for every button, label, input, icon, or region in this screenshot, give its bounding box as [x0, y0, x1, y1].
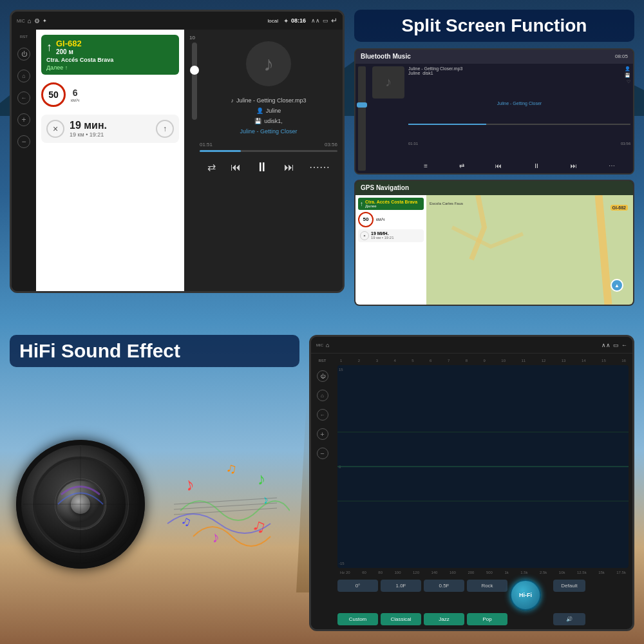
eq-btn-rock[interactable]: Rock: [467, 580, 507, 592]
eq-btn-0deg[interactable]: 0°: [337, 580, 378, 592]
mini-bt-current: 01:31: [408, 142, 418, 146]
eq-home-icon[interactable]: ⌂: [326, 342, 329, 348]
eq-btn-speaker[interactable]: 🔊: [553, 613, 585, 625]
track-filename: Juline - Getting Closer.mp3: [236, 95, 307, 106]
vol-down-icon[interactable]: −: [17, 135, 30, 148]
volume-thumb: [190, 66, 199, 75]
progress-times: 01:51 03:56: [200, 142, 337, 147]
top-section: MIC ⌂ ⚙ ✦ local ✦ 08:16 ∧∧ ▭ ↵ RST ⏻ ⌂ ←…: [10, 10, 634, 306]
back-sidebar-icon[interactable]: ←: [17, 91, 30, 104]
mini-gps-header: GPS Navigation: [355, 181, 633, 195]
reroute-btn[interactable]: ↑: [156, 120, 174, 138]
arrow-icon[interactable]: ✦: [43, 18, 47, 24]
time-total: 03:56: [325, 142, 337, 147]
mini-bt-menu[interactable]: ≡: [424, 162, 428, 169]
eq-btn-classical[interactable]: Classical: [381, 613, 421, 625]
next-btn[interactable]: ⏭: [284, 162, 294, 173]
mini-bt-title: Bluetooth Music: [361, 53, 411, 60]
main-screen: MIC ⌂ ⚙ ✦ local ✦ 08:16 ∧∧ ▭ ↵ RST ⏻ ⌂ ←…: [10, 10, 345, 293]
hifi-title: HiFi Sound Effect: [19, 340, 290, 362]
progress-bar[interactable]: [200, 150, 337, 152]
clock: 08:16: [291, 17, 306, 24]
main-screen-body: RST ⏻ ⌂ ← + − ↑ GI-682 200 м Ct: [12, 30, 343, 291]
shuffle-btn[interactable]: ⇄: [207, 161, 216, 173]
mini-bt-screen: Bluetooth Music 08:05 ♪ Juline - Getting…: [354, 48, 634, 175]
power-icon[interactable]: ⏻: [17, 48, 30, 61]
hifi-visual: ♪ ♫ ♪ ♫ ♪ ♫ ♪: [10, 377, 299, 631]
eq-window-icon[interactable]: ▭: [613, 342, 619, 348]
eq-btn-jazz[interactable]: Jazz: [424, 613, 464, 625]
speed-unit: км/ч: [71, 98, 79, 102]
svg-text:♪: ♪: [183, 473, 197, 495]
vol-up-icon[interactable]: +: [17, 113, 30, 126]
eq-chart[interactable]: 15 0 -15: [337, 365, 629, 568]
mini-bt-controls: ≡ ⇄ ⏮ ⏸ ⏭ ⋯: [408, 161, 630, 171]
battery-icon: ▭: [323, 17, 328, 24]
mini-gps-map[interactable]: GI-682 ▲ Escola Carles Faus: [426, 195, 633, 305]
mini-bt-content: ♪ Juline - Getting Closer.mp3 Juline dis…: [355, 64, 633, 173]
eq-home-btn[interactable]: ⌂: [317, 390, 328, 401]
eq-vol-down-btn[interactable]: −: [317, 448, 328, 459]
prev-btn[interactable]: ⏮: [231, 162, 241, 173]
eq-back-icon[interactable]: ←: [621, 342, 627, 348]
speaker-container: [16, 440, 145, 569]
mini-bt-shuffle[interactable]: ⇄: [459, 162, 464, 169]
eq-back-btn[interactable]: ←: [317, 409, 328, 421]
mini-speed-limit: 50: [358, 212, 374, 227]
music-note-icon: ♪: [246, 41, 291, 86]
home-icon[interactable]: ⌂: [28, 17, 32, 24]
speed-limit-circle: 50: [41, 82, 66, 107]
eq-btn-05f[interactable]: 0.5F: [424, 580, 464, 592]
eq-buttons-row2: Custom Classical Jazz Pop 🔊: [337, 613, 629, 625]
screen-sidebar: RST ⏻ ⌂ ← + −: [12, 30, 36, 291]
mini-eta-detail: 19 км • 19:21: [371, 236, 394, 240]
mini-gps-content: ↑ Ctra. Accés Costa Brava Далее 50 км/ч: [355, 195, 633, 305]
mini-bt-time: 08:05: [615, 53, 628, 59]
hifi-title-box: HiFi Sound Effect: [10, 335, 299, 367]
eq-hifi-btn[interactable]: Hi-Fi: [510, 580, 541, 611]
eq-btn-default[interactable]: Default: [553, 580, 585, 592]
settings-icon[interactable]: ⚙: [34, 17, 40, 24]
right-panel: Split Screen Function Bluetooth Music 08…: [354, 10, 634, 306]
mini-gps-route: ↑ Ctra. Accés Costa Brava Далее: [358, 198, 424, 210]
mini-bt-more[interactable]: ⋯: [609, 162, 615, 169]
mini-bt-play[interactable]: ⏸: [533, 162, 540, 169]
volume-slider[interactable]: [192, 43, 197, 120]
mini-bt-album-art: ♪: [372, 66, 404, 99]
rst-label: RST: [20, 35, 28, 39]
volume-label: 10: [189, 35, 195, 41]
eq-btn-custom[interactable]: Custom: [337, 613, 378, 625]
cancel-btn[interactable]: ×: [46, 120, 64, 138]
mini-cancel-btn[interactable]: ×: [360, 231, 369, 240]
back-icon[interactable]: ↵: [331, 16, 337, 25]
eta-info: 19 мин. 19 км • 19:21: [70, 120, 151, 138]
eq-screen-body: RST ⏻ ⌂ ← + − 123 456 789 101112 131415 …: [311, 354, 632, 629]
play-pause-btn[interactable]: ⏸: [256, 160, 269, 175]
signal-icon: ∧∧: [311, 17, 320, 24]
eq-rst-label: RST: [319, 359, 327, 363]
mini-bt-progress[interactable]: [408, 124, 630, 125]
eq-power-btn[interactable]: ⏻: [317, 370, 328, 382]
mini-bt-total: 03:56: [621, 142, 630, 146]
mini-volume-slider[interactable]: [358, 66, 366, 171]
route-name: Ctra. Accés Costa Brava: [46, 57, 174, 63]
home-sidebar-icon[interactable]: ⌂: [17, 70, 30, 82]
eq-btn-pop[interactable]: Pop: [467, 613, 507, 625]
svg-text:Escola Carles Faus: Escola Carles Faus: [430, 202, 463, 205]
mini-bt-header: Bluetooth Music 08:05: [355, 50, 633, 64]
split-screen-title: Split Screen Function: [364, 15, 625, 37]
eq-nav-icon[interactable]: ∧∧: [601, 342, 611, 348]
eq-vol-up-btn[interactable]: +: [317, 428, 328, 440]
mini-gps-nav: ↑ Ctra. Accés Costa Brava Далее 50 км/ч: [355, 195, 426, 305]
eq-btn-1f[interactable]: 1.0F: [381, 580, 421, 592]
nav-panel: ↑ GI-682 200 м Ctra. Accés Costa Brava Д…: [36, 30, 184, 291]
mini-bt-next[interactable]: ⏭: [571, 162, 577, 169]
eta-minutes: 19 мин.: [70, 120, 151, 131]
bottom-section: HiFi Sound Effect: [10, 335, 634, 631]
mini-bt-prev[interactable]: ⏮: [495, 162, 502, 169]
mini-gps-screen: GPS Navigation ↑ Ctra. Accés Costa Brava…: [354, 180, 634, 306]
repeat-btn[interactable]: ⋯⋯: [309, 161, 330, 173]
svg-text:♫: ♫: [250, 514, 268, 536]
svg-text:♪: ♪: [210, 527, 221, 546]
mini-bt-track-file: Juline - Getting Closer.mp3: [408, 66, 462, 71]
